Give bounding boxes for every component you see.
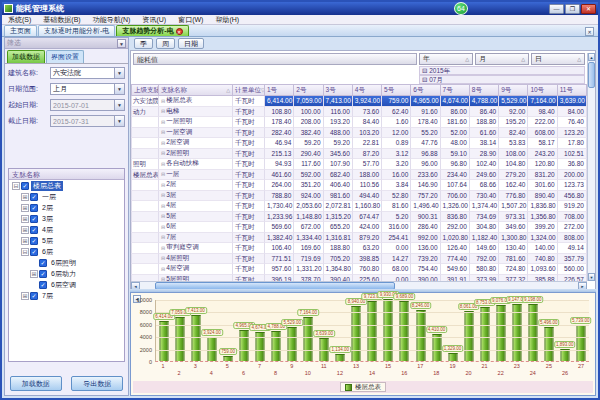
cell-unit[interactable]: 千瓦时 <box>233 107 265 118</box>
chart-bar[interactable] <box>304 317 313 361</box>
cell-value[interactable]: 52.00 <box>441 128 470 139</box>
cell-value[interactable]: 16.00 <box>382 170 411 181</box>
chart-bar[interactable] <box>400 301 409 361</box>
measure-field-button[interactable]: 能耗值 <box>133 53 417 65</box>
cell-value[interactable]: 1.60 <box>382 117 411 128</box>
calendar-icon[interactable]: ▼ <box>114 100 124 110</box>
combo-box[interactable]: 上月▼ <box>50 83 125 95</box>
cell-value[interactable]: 719.69 <box>294 254 323 265</box>
tree-item[interactable]: ⊞✓7层 <box>9 290 124 301</box>
chart-bar[interactable] <box>288 327 297 361</box>
cell-value[interactable]: 776.80 <box>499 191 528 202</box>
group-row-year[interactable]: ⊟ 2015年 <box>419 66 585 75</box>
cell-value[interactable]: 1,382.40 <box>265 233 294 244</box>
cell-value[interactable]: 349.60 <box>499 222 528 233</box>
expand-icon[interactable]: ⊞ <box>21 193 29 201</box>
cell-value[interactable]: 98.40 <box>528 107 557 118</box>
cell-parent[interactable] <box>131 191 159 202</box>
tree-item-label[interactable]: 6层空调 <box>49 280 78 290</box>
cell-value[interactable]: 754.40 <box>411 264 440 275</box>
cell-value[interactable]: 549.60 <box>441 264 470 275</box>
cell-value[interactable]: 759.00 <box>382 96 411 107</box>
collapse-icon[interactable]: ⊟ <box>161 119 165 125</box>
cell-value[interactable]: 900.31 <box>411 212 440 223</box>
cell-value[interactable]: 1,300.80 <box>499 233 528 244</box>
cell-value[interactable]: 924.00 <box>294 191 323 202</box>
cell-value[interactable]: 108.00 <box>499 149 528 160</box>
cell-value[interactable]: 301.60 <box>528 180 557 191</box>
tree-item-label[interactable]: 一层 <box>40 192 58 202</box>
cell-unit[interactable]: 千瓦时 <box>233 191 265 202</box>
cell-value[interactable]: 739.20 <box>411 254 440 265</box>
cell-parent[interactable] <box>131 243 159 254</box>
cell-value[interactable]: 59.20 <box>294 138 323 149</box>
cell-value[interactable]: 279.20 <box>499 170 528 181</box>
cell-value[interactable]: 91.60 <box>411 107 440 118</box>
day-column-header[interactable]: 6号 <box>411 84 440 96</box>
chart-bar[interactable] <box>352 306 361 361</box>
cell-value[interactable]: 406.40 <box>324 180 353 191</box>
cell-value[interactable]: 674.47 <box>353 212 382 223</box>
collapse-icon[interactable]: ⊟ <box>161 171 165 177</box>
cell-value[interactable]: 771.51 <box>265 254 294 265</box>
cell-value[interactable]: 63.20 <box>353 243 382 254</box>
cell-value[interactable]: 3,639.00 <box>558 96 587 107</box>
chart-bar[interactable] <box>336 354 345 361</box>
cell-value[interactable]: 1,148.80 <box>294 212 323 223</box>
cell-value[interactable]: 919.20 <box>558 201 587 212</box>
cell-value[interactable]: 351.20 <box>294 180 323 191</box>
cell-value[interactable]: 774.40 <box>441 254 470 265</box>
collapse-icon[interactable]: ⊟ <box>161 266 165 272</box>
cell-value[interactable]: 1,836.80 <box>528 201 557 212</box>
cell-value[interactable]: 130.40 <box>499 243 528 254</box>
export-data-button[interactable]: 导出数据 <box>71 376 123 391</box>
cell-value[interactable]: 788.80 <box>265 191 294 202</box>
chart-bar[interactable] <box>448 353 457 361</box>
cell-value[interactable]: 249.60 <box>470 170 499 181</box>
cell-branch-name[interactable]: ⊟2层 <box>159 180 233 191</box>
cell-value[interactable]: 730.40 <box>470 191 499 202</box>
cell-value[interactable]: 272.00 <box>558 222 587 233</box>
cell-value[interactable]: 808.00 <box>558 233 587 244</box>
cell-unit[interactable]: 千瓦时 <box>233 128 265 139</box>
cell-value[interactable]: 104.80 <box>499 159 528 170</box>
cell-value[interactable]: 992.00 <box>411 233 440 244</box>
cell-value[interactable]: 123.73 <box>558 180 587 191</box>
cell-branch-name[interactable]: ⊟一层照明 <box>159 117 233 128</box>
cell-value[interactable]: 59.20 <box>324 138 353 149</box>
chart-bar[interactable] <box>576 325 585 361</box>
cell-value[interactable]: 1,364.80 <box>324 264 353 275</box>
cell-value[interactable]: 760.80 <box>353 264 382 275</box>
cell-value[interactable]: 836.80 <box>441 212 470 223</box>
chart-bar[interactable] <box>176 317 185 361</box>
cell-value[interactable]: 0.89 <box>382 138 411 149</box>
tree-item[interactable]: ⊞✓4层 <box>9 224 124 235</box>
checkbox-checked-icon[interactable]: ✓ <box>21 182 29 190</box>
cell-value[interactable]: 22.81 <box>353 138 382 149</box>
tree-item-label[interactable]: 4层 <box>40 225 55 235</box>
cell-value[interactable]: 682.40 <box>324 170 353 181</box>
cell-value[interactable]: 282.40 <box>265 128 294 139</box>
collapse-icon[interactable]: ⊟ <box>161 192 165 198</box>
column-header[interactable]: 计量单位▽ <box>233 84 265 96</box>
checkbox-checked-icon[interactable]: ✓ <box>30 215 38 223</box>
cell-value[interactable]: 0.00 <box>382 243 411 254</box>
cell-value[interactable]: 59.10 <box>441 149 470 160</box>
chart-bar[interactable] <box>496 305 505 361</box>
cell-value[interactable]: 136.00 <box>411 243 440 254</box>
cell-value[interactable]: 1,020.80 <box>441 233 470 244</box>
cell-value[interactable]: 286.40 <box>411 222 440 233</box>
cell-value[interactable]: 5.20 <box>382 212 411 223</box>
cell-value[interactable]: 36.80 <box>558 159 587 170</box>
expand-icon[interactable]: ⊞ <box>21 215 29 223</box>
cell-value[interactable]: 672.00 <box>294 222 323 233</box>
chart-bar[interactable] <box>368 301 377 361</box>
cell-value[interactable]: 792.00 <box>470 254 499 265</box>
chart-bar[interactable] <box>560 349 569 361</box>
combo-box[interactable]: 六安法院▼ <box>50 67 125 79</box>
tree-item[interactable]: ⊞✓5层 <box>9 235 124 246</box>
menu-item[interactable]: 系统(S) <box>8 15 31 25</box>
cell-value[interactable]: 398.85 <box>353 254 382 265</box>
cell-branch-name[interactable]: ⊟楼层总表 <box>159 96 233 107</box>
cell-value[interactable]: 580.80 <box>470 264 499 275</box>
